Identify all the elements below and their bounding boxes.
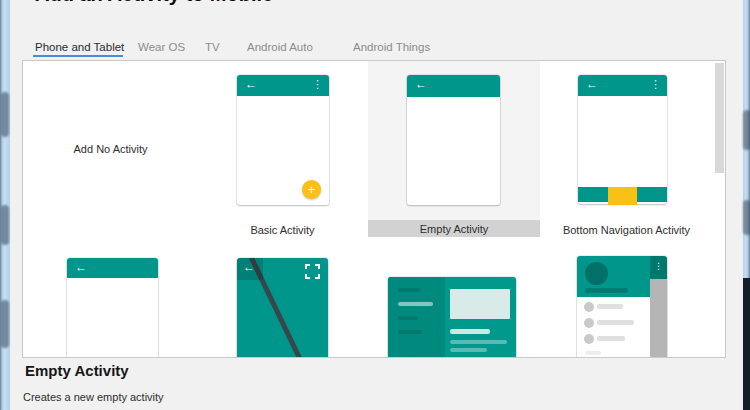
template-plain-activity[interactable]: ← — [24, 246, 197, 358]
drawer-header — [577, 256, 650, 297]
glass-reflection — [743, 110, 750, 150]
detail-text-stripe — [450, 348, 487, 352]
menu-item-stripe — [597, 320, 634, 325]
tab-android-things[interactable]: Android Things — [353, 41, 430, 53]
list-item-stripe — [398, 316, 418, 320]
tab-android-auto[interactable]: Android Auto — [247, 41, 313, 53]
glass-reflection — [743, 200, 750, 235]
template-add-no-activity[interactable]: Add No Activity — [24, 61, 197, 237]
fullscreen-thumbnail: ← — [237, 258, 328, 358]
fab-plus-icon: + — [302, 180, 321, 199]
glass-reflection — [1, 205, 9, 245]
template-empty-activity[interactable]: ← Empty Activity — [368, 61, 540, 237]
template-fullscreen-activity[interactable]: ← — [196, 246, 369, 358]
selected-template-title: Empty Activity — [25, 362, 129, 379]
master-list-pane — [388, 277, 445, 358]
overflow-menu-icon: ⋮ — [650, 256, 667, 279]
selected-label-strip: Empty Activity — [368, 220, 540, 237]
window-border-left — [0, 0, 10, 410]
back-arrow-icon: ← — [75, 260, 87, 274]
template-master-detail[interactable] — [368, 246, 540, 358]
plain-activity-thumbnail: ← — [67, 258, 158, 358]
bottom-nav-bar — [578, 187, 667, 205]
detail-image-placeholder — [450, 289, 510, 319]
template-label: Add No Activity — [24, 61, 197, 237]
navigation-drawer-thumbnail: ⋮ — [577, 256, 667, 358]
content-scrim — [650, 279, 667, 358]
back-arrow-icon: ← — [415, 77, 427, 91]
menu-item-stripe — [597, 336, 625, 341]
menu-item-icon — [584, 318, 594, 328]
fullscreen-icon — [305, 264, 320, 279]
tab-wear-os[interactable]: Wear OS — [138, 41, 185, 53]
detail-title-stripe — [450, 329, 490, 334]
appbar: ← — [67, 258, 158, 278]
selected-template-description: Creates a new empty activity — [23, 391, 164, 403]
empty-activity-thumbnail: ← — [407, 75, 500, 205]
back-arrow-icon: ← — [243, 260, 255, 274]
drawer-name-stripe — [585, 288, 628, 293]
bottom-navigation-thumbnail: ← ⋮ — [578, 75, 667, 204]
menu-item-icon — [584, 302, 594, 312]
menu-item-stripe — [585, 351, 601, 355]
wizard-title: Add an Activity to Mobile — [35, 0, 273, 6]
nav-segment-selected — [608, 187, 637, 205]
tab-phone-and-tablet[interactable]: Phone and Tablet — [35, 41, 124, 53]
appbar-corner: ← — [237, 258, 263, 280]
active-tab-underline — [33, 55, 123, 57]
master-detail-thumbnail — [388, 277, 516, 358]
gallery-scrollbar-thumb[interactable] — [715, 63, 724, 173]
nav-segment — [578, 187, 608, 202]
activity-template-gallery: Add No Activity ← ⋮ + Basic Activity ← E… — [22, 60, 726, 358]
back-arrow-icon: ← — [245, 77, 257, 91]
window-border-right-dark — [743, 278, 750, 410]
nav-segment — [637, 187, 667, 202]
menu-item-icon — [584, 334, 594, 344]
template-basic-activity[interactable]: ← ⋮ + Basic Activity — [196, 61, 369, 237]
back-arrow-icon: ← — [586, 77, 598, 91]
basic-activity-thumbnail: ← ⋮ + — [237, 75, 329, 205]
avatar — [585, 262, 608, 285]
list-item-stripe — [398, 288, 420, 292]
list-item-stripe-selected — [398, 302, 433, 306]
glass-reflection — [1, 92, 9, 137]
template-label: Basic Activity — [196, 224, 369, 236]
template-label: Empty Activity — [368, 223, 540, 235]
tab-tv[interactable]: TV — [205, 41, 220, 53]
appbar: ← — [407, 75, 500, 97]
menu-item-stripe — [597, 304, 623, 309]
new-project-wizard-window: Add an Activity to Mobile Phone and Tabl… — [0, 0, 750, 410]
list-item-stripe — [398, 330, 422, 334]
template-bottom-navigation-activity[interactable]: ← ⋮ Bottom Navigation Activity — [540, 61, 713, 237]
template-label: Bottom Navigation Activity — [540, 224, 713, 236]
template-navigation-drawer[interactable]: ⋮ — [540, 246, 713, 358]
detail-text-stripe — [450, 340, 507, 344]
appbar: ← ⋮ — [578, 75, 667, 96]
glass-reflection — [1, 300, 9, 348]
appbar: ← ⋮ — [237, 75, 329, 96]
overflow-menu-icon: ⋮ — [312, 78, 323, 91]
overflow-menu-icon: ⋮ — [650, 78, 661, 91]
